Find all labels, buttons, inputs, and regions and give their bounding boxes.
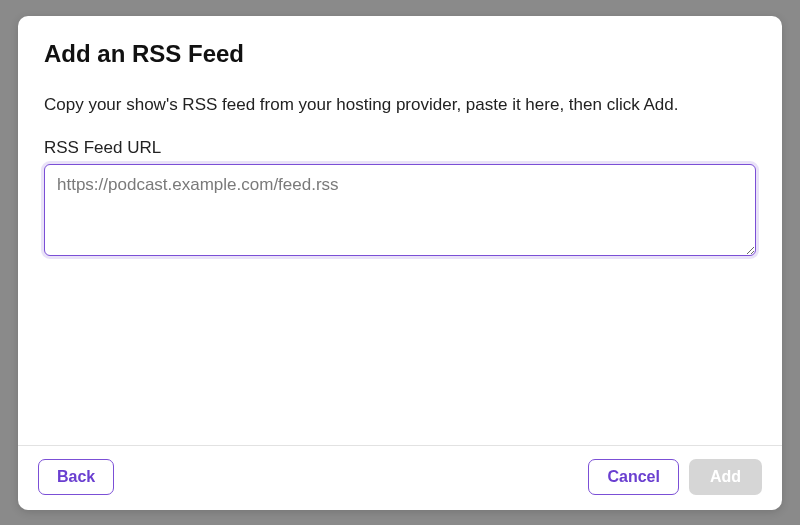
rss-url-label: RSS Feed URL: [44, 138, 756, 158]
back-button[interactable]: Back: [38, 459, 114, 495]
modal-description: Copy your show's RSS feed from your host…: [44, 94, 756, 117]
add-rss-modal: Add an RSS Feed Copy your show's RSS fee…: [18, 16, 782, 510]
add-button[interactable]: Add: [689, 459, 762, 495]
modal-content: Add an RSS Feed Copy your show's RSS fee…: [18, 16, 782, 445]
footer-left: Back: [38, 459, 114, 495]
footer-right: Cancel Add: [588, 459, 762, 495]
modal-footer: Back Cancel Add: [18, 445, 782, 510]
cancel-button[interactable]: Cancel: [588, 459, 678, 495]
rss-url-input[interactable]: [44, 164, 756, 256]
modal-title: Add an RSS Feed: [44, 40, 756, 68]
